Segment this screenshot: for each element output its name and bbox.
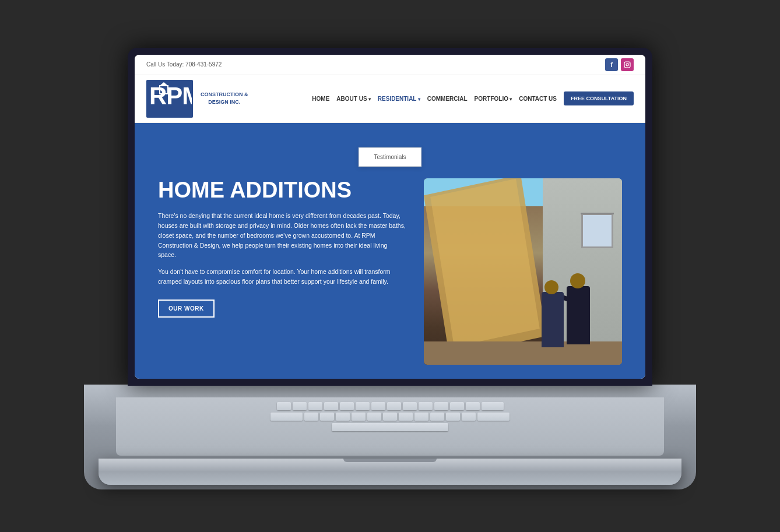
laptop-mockup: Call Us Today: 708-431-5972 f bbox=[69, 48, 711, 485]
nav-residential[interactable]: RESIDENTIAL bbox=[378, 96, 420, 102]
key-row-1 bbox=[128, 402, 652, 410]
nav-commercial[interactable]: COMMERCIAL bbox=[427, 96, 468, 102]
spacebar-key bbox=[332, 423, 448, 431]
nav-portfolio[interactable]: PORTFOLIO bbox=[475, 96, 512, 102]
key bbox=[336, 413, 350, 421]
facebook-icon[interactable]: f bbox=[605, 58, 618, 71]
hero-paragraph-2: You don't have to compromise comfort for… bbox=[158, 267, 406, 287]
key bbox=[304, 413, 318, 421]
svg-rect-0 bbox=[624, 62, 630, 68]
key bbox=[324, 402, 338, 410]
key bbox=[462, 413, 476, 421]
svg-point-1 bbox=[626, 64, 628, 66]
key bbox=[403, 402, 417, 410]
dropdown-arrow-left bbox=[373, 140, 384, 147]
hero-paragraph-1: There's no denying that the current idea… bbox=[158, 211, 406, 260]
nav-contact[interactable]: CONTACT US bbox=[519, 96, 557, 102]
key bbox=[387, 402, 401, 410]
key bbox=[308, 402, 322, 410]
key-row-2 bbox=[128, 413, 652, 421]
key bbox=[320, 413, 334, 421]
key bbox=[270, 413, 303, 421]
top-bar: Call Us Today: 708-431-5972 f bbox=[135, 55, 645, 75]
logo-box: RPM bbox=[146, 80, 193, 118]
laptop-base bbox=[99, 459, 681, 485]
svg-text:RPM: RPM bbox=[149, 82, 192, 110]
key bbox=[414, 413, 428, 421]
key bbox=[293, 402, 307, 410]
social-icons-container: f bbox=[605, 58, 634, 71]
instagram-icon[interactable] bbox=[621, 58, 634, 71]
website-content: Call Us Today: 708-431-5972 f bbox=[135, 55, 645, 379]
hero-title: HOME ADDITIONS bbox=[158, 178, 406, 203]
nav-bar: RPM CONSTRUCTION & DESIGN INC. bbox=[135, 75, 645, 123]
key bbox=[399, 413, 413, 421]
phone-number: Call Us Today: 708-431-5972 bbox=[146, 61, 222, 68]
nav-about[interactable]: ABOUT US bbox=[336, 96, 370, 102]
hero-content: HOME ADDITIONS There's no denying that t… bbox=[158, 178, 622, 365]
free-consultation-button[interactable]: FREE CONSULTATION bbox=[564, 91, 634, 105]
key bbox=[277, 402, 291, 410]
key bbox=[477, 413, 510, 421]
our-work-button[interactable]: OUR WORK bbox=[158, 300, 215, 318]
key bbox=[466, 402, 480, 410]
key bbox=[419, 402, 433, 410]
key bbox=[383, 413, 397, 421]
hero-construction-image bbox=[424, 178, 622, 365]
testimonials-dropdown[interactable]: Testimonials bbox=[359, 147, 421, 167]
construction-photo bbox=[424, 178, 622, 365]
laptop-screen: Call Us Today: 708-431-5972 f bbox=[128, 48, 652, 386]
laptop-keyboard bbox=[116, 397, 664, 456]
keyboard-keys bbox=[116, 397, 664, 436]
key bbox=[430, 413, 444, 421]
logo-acronym: RPM bbox=[148, 80, 192, 118]
key bbox=[482, 402, 504, 410]
svg-point-2 bbox=[628, 62, 629, 63]
key bbox=[446, 413, 460, 421]
key bbox=[367, 413, 381, 421]
dropdown-arrow-right bbox=[396, 140, 407, 147]
key-row-3 bbox=[128, 423, 652, 431]
laptop-bezel: Call Us Today: 708-431-5972 f bbox=[135, 55, 645, 379]
hero-text: HOME ADDITIONS There's no denying that t… bbox=[158, 178, 406, 318]
logo-area: RPM CONSTRUCTION & DESIGN INC. bbox=[146, 80, 248, 118]
nav-home[interactable]: HOME bbox=[312, 96, 329, 102]
logo-company-name: CONSTRUCTION & DESIGN INC. bbox=[201, 91, 248, 105]
key bbox=[371, 402, 385, 410]
key bbox=[356, 402, 370, 410]
hero-section: Testimonials HOME ADDITIONS There's no d… bbox=[135, 123, 645, 379]
key bbox=[434, 402, 448, 410]
key bbox=[340, 402, 354, 410]
key bbox=[450, 402, 464, 410]
nav-links: HOME ABOUT US RESIDENTIAL COMMERCIAL POR… bbox=[312, 91, 634, 105]
key bbox=[352, 413, 366, 421]
